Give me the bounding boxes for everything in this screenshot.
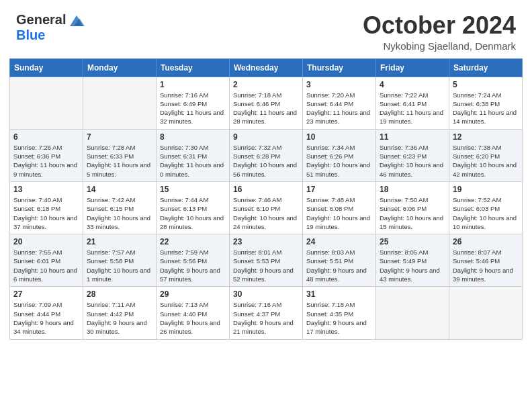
day-info: Sunrise: 8:01 AMSunset: 5:53 PMDaylight:… [233,248,299,283]
day-number: 26 [453,237,519,246]
calendar-header-row: SundayMondayTuesdayWednesdayThursdayFrid… [10,58,523,77]
calendar-week-row: 6Sunrise: 7:26 AMSunset: 6:36 PMDaylight… [10,129,523,181]
day-info: Sunrise: 7:18 AMSunset: 6:46 PMDaylight:… [233,91,299,126]
calendar-cell [10,77,83,129]
calendar-cell: 30Sunrise: 7:16 AMSunset: 4:37 PMDayligh… [230,287,303,339]
day-info: Sunrise: 8:03 AMSunset: 5:51 PMDaylight:… [306,248,372,283]
day-number: 1 [160,80,226,89]
calendar-cell: 21Sunrise: 7:57 AMSunset: 5:58 PMDayligh… [83,234,157,287]
calendar-cell: 11Sunrise: 7:36 AMSunset: 6:23 PMDayligh… [376,129,449,181]
calendar-cell: 15Sunrise: 7:44 AMSunset: 6:13 PMDayligh… [157,181,230,234]
calendar-cell: 8Sunrise: 7:30 AMSunset: 6:31 PMDaylight… [157,129,230,181]
calendar-cell: 20Sunrise: 7:55 AMSunset: 6:01 PMDayligh… [10,234,83,287]
calendar-cell: 13Sunrise: 7:40 AMSunset: 6:18 PMDayligh… [10,181,83,234]
calendar-cell: 31Sunrise: 7:18 AMSunset: 4:35 PMDayligh… [303,287,376,339]
calendar-cell: 17Sunrise: 7:48 AMSunset: 6:08 PMDayligh… [303,181,376,234]
calendar-cell: 18Sunrise: 7:50 AMSunset: 6:06 PMDayligh… [376,181,449,234]
day-info: Sunrise: 7:40 AMSunset: 6:18 PMDaylight:… [13,195,79,231]
day-number: 29 [160,289,226,299]
calendar-cell [449,287,523,339]
day-info: Sunrise: 7:09 AMSunset: 4:44 PMDaylight:… [13,300,79,336]
day-number: 12 [453,132,519,142]
calendar-cell [83,77,157,129]
calendar-cell: 12Sunrise: 7:38 AMSunset: 6:20 PMDayligh… [449,129,523,181]
month-title: October 2024 [363,12,516,39]
calendar-cell: 28Sunrise: 7:11 AMSunset: 4:42 PMDayligh… [83,287,157,339]
calendar-cell: 27Sunrise: 7:09 AMSunset: 4:44 PMDayligh… [10,287,83,339]
calendar-cell: 26Sunrise: 8:07 AMSunset: 5:46 PMDayligh… [449,234,523,287]
calendar-header-saturday: Saturday [449,58,523,77]
calendar-header-wednesday: Wednesday [230,58,303,77]
day-info: Sunrise: 7:16 AMSunset: 6:49 PMDaylight:… [160,91,226,126]
day-number: 10 [306,132,372,142]
day-info: Sunrise: 7:34 AMSunset: 6:26 PMDaylight:… [306,143,372,179]
day-number: 18 [380,185,445,194]
calendar-header-sunday: Sunday [10,58,83,77]
logo-general-text: General [16,12,66,28]
day-info: Sunrise: 7:36 AMSunset: 6:23 PMDaylight:… [380,143,445,179]
day-number: 6 [13,132,79,142]
logo-icon [67,13,86,28]
calendar-cell: 7Sunrise: 7:28 AMSunset: 6:33 PMDaylight… [83,129,157,181]
day-info: Sunrise: 7:18 AMSunset: 4:35 PMDaylight:… [306,300,372,336]
day-number: 2 [233,80,299,89]
day-info: Sunrise: 7:28 AMSunset: 6:33 PMDaylight:… [87,143,152,179]
calendar-cell: 23Sunrise: 8:01 AMSunset: 5:53 PMDayligh… [230,234,303,287]
day-number: 13 [13,185,79,194]
calendar-cell: 10Sunrise: 7:34 AMSunset: 6:26 PMDayligh… [303,129,376,181]
calendar-cell [376,287,449,339]
day-number: 7 [87,132,152,142]
day-number: 19 [453,185,519,194]
day-number: 23 [233,237,299,246]
day-info: Sunrise: 7:38 AMSunset: 6:20 PMDaylight:… [453,143,519,179]
calendar-cell: 3Sunrise: 7:20 AMSunset: 6:44 PMDaylight… [303,77,376,129]
day-number: 20 [13,237,79,246]
day-info: Sunrise: 7:44 AMSunset: 6:13 PMDaylight:… [160,195,226,231]
location-title: Nykobing Sjaelland, Denmark [363,40,516,52]
title-block: October 2024 Nykobing Sjaelland, Denmark [363,12,516,52]
day-number: 21 [87,237,152,246]
calendar-week-row: 20Sunrise: 7:55 AMSunset: 6:01 PMDayligh… [10,234,523,287]
day-info: Sunrise: 7:30 AMSunset: 6:31 PMDaylight:… [160,143,226,179]
calendar-header-thursday: Thursday [303,58,376,77]
calendar-header-tuesday: Tuesday [157,58,230,77]
day-number: 31 [306,289,372,299]
day-number: 30 [233,289,299,299]
day-info: Sunrise: 7:22 AMSunset: 6:41 PMDaylight:… [380,91,445,126]
day-info: Sunrise: 8:05 AMSunset: 5:49 PMDaylight:… [380,248,445,283]
day-number: 15 [160,185,226,194]
day-number: 5 [453,80,519,89]
calendar-cell: 9Sunrise: 7:32 AMSunset: 6:28 PMDaylight… [230,129,303,181]
day-info: Sunrise: 7:46 AMSunset: 6:10 PMDaylight:… [233,195,299,231]
day-number: 24 [306,237,372,246]
day-info: Sunrise: 7:42 AMSunset: 6:15 PMDaylight:… [87,195,152,231]
day-number: 28 [87,289,152,299]
header: General Blue October 2024 Nykobing Sjael… [0,0,532,58]
calendar-cell: 19Sunrise: 7:52 AMSunset: 6:03 PMDayligh… [449,181,523,234]
calendar-week-row: 27Sunrise: 7:09 AMSunset: 4:44 PMDayligh… [10,287,523,339]
day-info: Sunrise: 8:07 AMSunset: 5:46 PMDaylight:… [453,248,519,283]
day-info: Sunrise: 7:32 AMSunset: 6:28 PMDaylight:… [233,143,299,179]
calendar-cell: 24Sunrise: 8:03 AMSunset: 5:51 PMDayligh… [303,234,376,287]
calendar-header-friday: Friday [376,58,449,77]
calendar-cell: 29Sunrise: 7:13 AMSunset: 4:40 PMDayligh… [157,287,230,339]
day-info: Sunrise: 7:16 AMSunset: 4:37 PMDaylight:… [233,300,299,336]
day-info: Sunrise: 7:20 AMSunset: 6:44 PMDaylight:… [306,91,372,126]
logo-blue-text: Blue [16,28,45,43]
logo: General Blue [16,12,86,43]
day-info: Sunrise: 7:48 AMSunset: 6:08 PMDaylight:… [306,195,372,231]
page: General Blue October 2024 Nykobing Sjael… [0,0,532,349]
calendar-cell: 16Sunrise: 7:46 AMSunset: 6:10 PMDayligh… [230,181,303,234]
calendar-week-row: 13Sunrise: 7:40 AMSunset: 6:18 PMDayligh… [10,181,523,234]
calendar-cell: 4Sunrise: 7:22 AMSunset: 6:41 PMDaylight… [376,77,449,129]
day-number: 8 [160,132,226,142]
day-number: 16 [233,185,299,194]
day-info: Sunrise: 7:24 AMSunset: 6:38 PMDaylight:… [453,91,519,126]
day-number: 25 [380,237,445,246]
day-number: 14 [87,185,152,194]
day-number: 3 [306,80,372,89]
day-number: 11 [380,132,445,142]
day-number: 9 [233,132,299,142]
day-number: 4 [380,80,445,89]
calendar-cell: 25Sunrise: 8:05 AMSunset: 5:49 PMDayligh… [376,234,449,287]
